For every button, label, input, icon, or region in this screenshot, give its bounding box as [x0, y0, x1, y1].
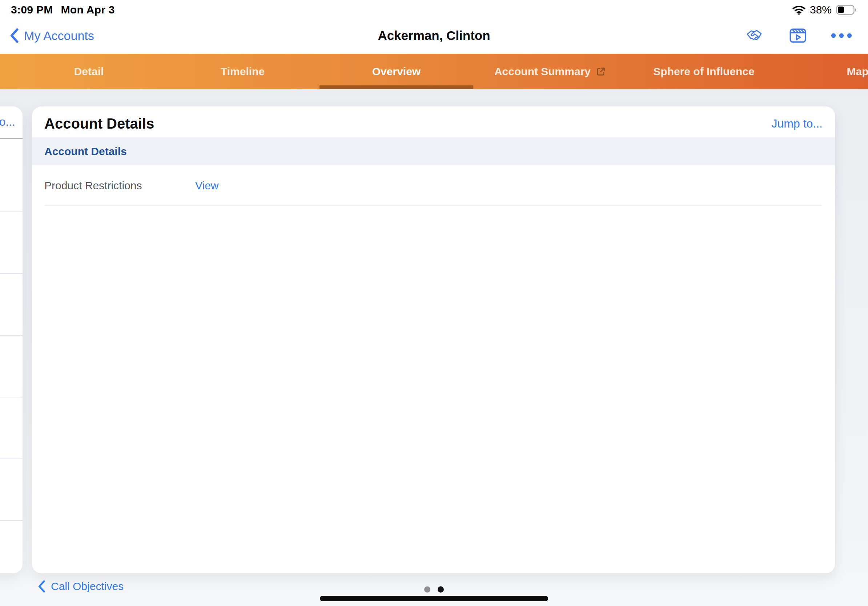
tab-label: Sphere of Influence [653, 65, 754, 78]
previous-page-peek-card[interactable]: Jump to... [0, 107, 23, 573]
product-restrictions-row: Product Restrictions View [32, 165, 835, 206]
page-dot-2-active[interactable] [438, 586, 444, 592]
back-chevron-icon [9, 28, 19, 43]
status-right: 38% [792, 4, 858, 16]
status-date: Mon Apr 3 [61, 4, 115, 16]
external-link-icon [596, 66, 606, 77]
card-header: Account Details Jump to... [32, 107, 835, 137]
page-dot-1[interactable] [424, 586, 430, 592]
peek-row-divider [0, 520, 23, 521]
tab-bar: Detail Timeline Overview Account Summary… [0, 54, 868, 89]
back-my-accounts-button[interactable]: My Accounts [9, 17, 94, 54]
peek-jump-to-link: Jump to... [0, 115, 15, 128]
handshake-icon[interactable] [746, 29, 765, 43]
tab-account-summary[interactable]: Account Summary [473, 54, 627, 89]
nav-actions [746, 17, 852, 54]
content-area: Jump to... Account Details Jump to... Ac… [0, 89, 868, 606]
peek-header-divider [0, 138, 23, 139]
screen: 3:09 PM Mon Apr 3 38% [0, 0, 868, 606]
tab-label: Detail [74, 65, 104, 78]
tab-timeline[interactable]: Timeline [166, 54, 319, 89]
more-ellipsis-icon[interactable] [831, 33, 852, 38]
nav-bar: My Accounts Ackerman, Clinton [0, 17, 868, 54]
wifi-icon [792, 5, 806, 15]
page-title: Ackerman, Clinton [0, 28, 868, 43]
row-divider [44, 206, 822, 206]
tab-overview[interactable]: Overview [319, 54, 473, 89]
peek-row-divider [0, 273, 23, 274]
status-bar: 3:09 PM Mon Apr 3 38% [0, 0, 868, 17]
page-dots [0, 586, 868, 592]
section-header-label: Account Details [44, 145, 127, 158]
tab-label: Account Summary [494, 65, 591, 78]
account-details-card: Account Details Jump to... Account Detai… [32, 107, 835, 573]
tab-label: Map [847, 65, 868, 78]
tab-sphere-of-influence[interactable]: Sphere of Influence [627, 54, 781, 89]
status-time: 3:09 PM [11, 4, 53, 16]
back-button-label: My Accounts [24, 29, 94, 43]
tab-map[interactable]: Map [781, 54, 868, 89]
peek-row-divider [0, 397, 23, 397]
field-label: Product Restrictions [44, 179, 142, 192]
tab-detail[interactable]: Detail [12, 54, 166, 89]
jump-to-link[interactable]: Jump to... [772, 117, 823, 130]
peek-row-divider [0, 459, 23, 459]
peek-row-divider [0, 335, 23, 336]
battery-icon [836, 5, 858, 15]
home-indicator[interactable] [320, 596, 548, 601]
active-tab-underline [319, 85, 473, 89]
clapperboard-icon[interactable] [789, 28, 806, 43]
view-link[interactable]: View [195, 179, 219, 192]
peek-row-divider [0, 212, 23, 212]
card-title: Account Details [44, 116, 154, 132]
battery-percent-label: 38% [810, 4, 832, 16]
section-header-bar: Account Details [32, 137, 835, 165]
status-left: 3:09 PM Mon Apr 3 [11, 4, 115, 16]
tab-label: Timeline [221, 65, 265, 78]
tab-label: Overview [372, 65, 420, 78]
